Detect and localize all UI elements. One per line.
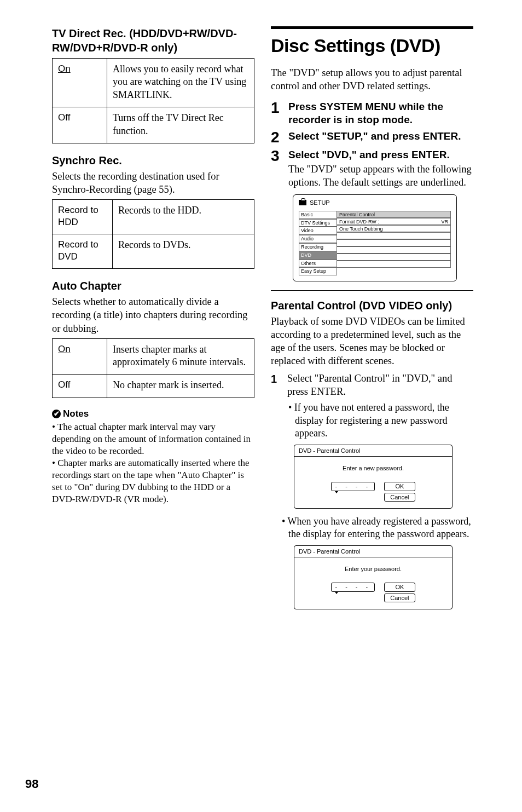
- setup-tab-selected: DVD: [299, 251, 337, 260]
- notes-label: Notes: [63, 408, 89, 420]
- ok-button[interactable]: OK: [384, 482, 415, 491]
- parental-control-heading: Parental Control (DVD VIDEO only): [271, 298, 473, 313]
- opt-val: No chapter mark is inserted.: [107, 375, 254, 398]
- opt-key: Off: [53, 375, 107, 398]
- auto-chapter-heading: Auto Chapter: [52, 279, 254, 293]
- step-body: The "DVD" setup appears with the followi…: [288, 163, 473, 189]
- note-icon: ✔: [52, 410, 61, 418]
- note-item: Chapter marks are automatically inserted…: [52, 457, 254, 505]
- osd-setup-screen: SETUP Basic DTV Settings Video Audio Rec…: [293, 194, 457, 282]
- dialog-message: Enter your password.: [299, 565, 448, 573]
- password-field[interactable]: - - - -: [331, 583, 375, 592]
- setup-item-label: One Touch Dubbing: [339, 226, 382, 231]
- setup-item-empty: [337, 261, 451, 268]
- setup-tab: DTV Settings: [299, 219, 337, 227]
- step-text: Select "DVD," and press ENTER.: [288, 148, 473, 162]
- notes-heading: ✔ Notes: [52, 408, 254, 420]
- notes-list: The actual chapter mark interval may var…: [52, 421, 254, 506]
- cancel-button[interactable]: Cancel: [384, 594, 415, 602]
- opt-val: Records to DVDs.: [113, 234, 254, 269]
- setup-item-empty: [337, 232, 451, 239]
- step-number: 3: [271, 148, 282, 189]
- opt-val: Turns off the TV Direct Rec function.: [107, 107, 254, 143]
- divider: [271, 290, 473, 291]
- step-text: Press SYSTEM MENU while the recorder is …: [288, 100, 473, 126]
- dialog-title: DVD - Parental Control: [294, 546, 452, 557]
- substep-body: Select "Parental Control" in "DVD," and …: [287, 372, 473, 398]
- setup-item-value: VR: [441, 219, 448, 224]
- opt-key: On: [58, 64, 71, 74]
- sub-bullet: If you have not entered a password, the …: [288, 401, 473, 440]
- step-number: 2: [271, 130, 282, 145]
- substep-number: 1: [271, 372, 281, 398]
- step-number: 1: [271, 100, 282, 126]
- dialog-title: DVD - Parental Control: [294, 445, 452, 457]
- section-title: Disc Settings (DVD): [271, 33, 473, 57]
- setup-tabs: Basic DTV Settings Video Audio Recording…: [299, 211, 337, 275]
- setup-tab: Audio: [299, 235, 337, 243]
- dialog-message: Enter a new password.: [299, 464, 448, 472]
- setup-item-empty: [337, 246, 451, 254]
- opt-key: Record to DVD: [53, 234, 113, 269]
- setup-item-selected: Parental Control: [337, 211, 451, 218]
- note-item: The actual chapter mark interval may var…: [52, 421, 254, 457]
- setup-item: One Touch Dubbing: [337, 225, 451, 232]
- opt-val: Inserts chapter marks at approximately 6…: [107, 338, 254, 375]
- setup-item-empty: [337, 239, 451, 246]
- setup-tab: Others: [299, 260, 337, 268]
- setup-icon: [299, 200, 306, 205]
- page-number: 98: [25, 776, 38, 792]
- dialog-new-password: DVD - Parental Control Enter a new passw…: [294, 445, 453, 509]
- parental-control-body: Playback of some DVD VIDEOs can be limit…: [271, 315, 473, 367]
- auto-chapter-table: On Inserts chapter marks at approximatel…: [52, 338, 254, 398]
- osd-title: SETUP: [310, 199, 330, 206]
- dialog-enter-password: DVD - Parental Control Enter your passwo…: [294, 545, 453, 609]
- ok-button[interactable]: OK: [384, 583, 415, 591]
- setup-item: Format DVD-RW :VR: [337, 218, 451, 225]
- password-field[interactable]: - - - -: [331, 482, 375, 491]
- setup-tab: Easy Setup: [299, 267, 337, 275]
- setup-tab: Video: [299, 227, 337, 235]
- setup-item-label: Parental Control: [339, 212, 375, 217]
- setup-item-label: Format DVD-RW :: [339, 219, 379, 224]
- synchro-rec-table: Record to HDD Records to the HDD. Record…: [52, 199, 254, 269]
- step-text: Select "SETUP," and press ENTER.: [288, 130, 473, 143]
- opt-key: Off: [53, 107, 107, 143]
- setup-tab: Recording: [299, 243, 337, 251]
- section-lead: The "DVD" setup allows you to adjust par…: [271, 66, 473, 93]
- opt-val: Allows you to easily record what you are…: [107, 59, 254, 107]
- sub-bullet: When you have already registered a passw…: [282, 515, 473, 541]
- tv-direct-rec-heading: TV Direct Rec. (HDD/DVD+RW/DVD-RW/DVD+R/…: [52, 26, 254, 55]
- setup-tab: Basic: [299, 211, 337, 219]
- opt-key: On: [58, 344, 71, 354]
- section-rule: [271, 26, 473, 29]
- setup-item-empty: [337, 254, 451, 261]
- opt-val: Records to the HDD.: [113, 200, 254, 234]
- setup-items: Parental Control Format DVD-RW :VR One T…: [337, 211, 451, 275]
- opt-key: Record to HDD: [53, 200, 113, 234]
- tv-direct-rec-table: On Allows you to easily record what you …: [52, 58, 254, 143]
- auto-chapter-body: Selects whether to automatically divide …: [52, 295, 254, 335]
- cancel-button[interactable]: Cancel: [384, 493, 415, 502]
- synchro-rec-body: Selects the recording destination used f…: [52, 170, 254, 196]
- synchro-rec-heading: Synchro Rec.: [52, 153, 254, 168]
